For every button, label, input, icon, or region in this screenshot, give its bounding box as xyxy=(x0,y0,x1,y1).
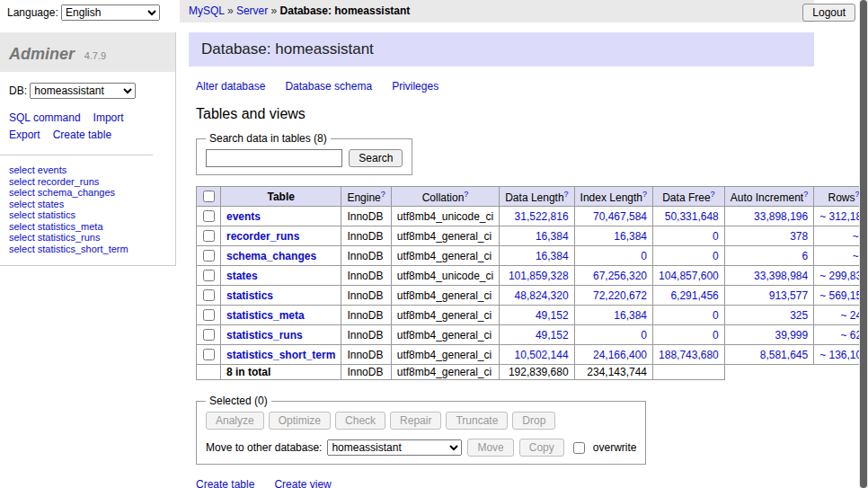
column-header-auto-increment: Auto Increment? xyxy=(724,187,813,207)
optimize-button[interactable]: Optimize xyxy=(269,412,331,430)
overwrite-checkbox[interactable] xyxy=(573,442,585,454)
auto-increment-cell: 6 xyxy=(724,246,813,266)
select-statistics-link[interactable]: select statistics xyxy=(9,209,166,221)
logout-button[interactable]: Logout xyxy=(802,4,855,22)
index-length-cell: 67,256,320 xyxy=(574,266,652,286)
data-length-cell: 101,859,328 xyxy=(500,266,574,286)
table-link-states[interactable]: states xyxy=(226,270,258,282)
scrollbar[interactable] xyxy=(859,0,868,488)
engine-cell: InnoDB xyxy=(341,226,391,246)
table-row: statistics_short_termInnoDButf8mb4_gener… xyxy=(197,345,868,365)
data-length-cell: 31,522,816 xyxy=(500,207,574,226)
help-link[interactable]: ? xyxy=(464,190,468,199)
row-checkbox-statistics-runs[interactable] xyxy=(203,329,215,341)
table-link-statistics-short-term[interactable]: statistics_short_term xyxy=(226,349,335,361)
breadcrumb-mysql[interactable]: MySQL xyxy=(189,4,225,17)
select-statistics-short-term-link[interactable]: select statistics_short_term xyxy=(9,244,166,255)
select-recorder-runs-link[interactable]: select recorder_runs xyxy=(9,176,166,188)
create-table-link[interactable]: Create table xyxy=(53,127,111,144)
total-row: 8 in totalInnoDButf8mb4_general_ci192,83… xyxy=(197,365,868,380)
overwrite-label[interactable]: overwrite xyxy=(593,441,637,454)
language-label: Language: xyxy=(7,6,58,19)
table-name-cell: statistics_runs xyxy=(221,325,341,345)
select-events-link[interactable]: select events xyxy=(9,164,166,176)
data-free-cell: 6,291,456 xyxy=(653,286,725,306)
table-name-cell: events xyxy=(221,207,341,226)
help-link[interactable]: ? xyxy=(564,190,569,199)
privileges-link[interactable]: Privileges xyxy=(392,80,438,93)
help-link[interactable]: ? xyxy=(803,190,808,199)
table-link-schema-changes[interactable]: schema_changes xyxy=(226,250,316,262)
search-input[interactable] xyxy=(206,149,342,167)
data-free-cell: 0 xyxy=(653,325,725,345)
row-check-cell xyxy=(197,266,221,286)
row-checkbox-statistics[interactable] xyxy=(203,289,215,301)
row-checkbox-recorder-runs[interactable] xyxy=(203,230,215,242)
index-length-cell: 16,384 xyxy=(574,306,652,325)
auto-increment-cell: 33,898,196 xyxy=(724,207,813,226)
help-link[interactable]: ? xyxy=(711,190,715,199)
app-version: 4.7.9 xyxy=(84,50,106,61)
column-header-engine: Engine? xyxy=(341,187,391,207)
select-schema-changes-link[interactable]: select schema_changes xyxy=(9,187,166,199)
database-nav-links: Alter databaseDatabase schemaPrivileges xyxy=(196,80,814,93)
row-checkbox-states[interactable] xyxy=(203,270,215,281)
row-checkbox-statistics-meta[interactable] xyxy=(203,309,215,321)
data-free-cell: 50,331,648 xyxy=(653,207,725,226)
select-states-link[interactable]: select states xyxy=(9,199,166,210)
select-statistics-meta-link[interactable]: select statistics_meta xyxy=(9,221,166,233)
row-checkbox-events[interactable] xyxy=(203,210,215,222)
drop-button[interactable]: Drop xyxy=(512,412,555,430)
import-link[interactable]: Import xyxy=(93,110,124,127)
table-link-statistics-meta[interactable]: statistics_meta xyxy=(226,309,305,322)
sql-command-link[interactable]: SQL command xyxy=(9,110,81,127)
breadcrumb-server[interactable]: Server xyxy=(236,4,268,17)
truncate-button[interactable]: Truncate xyxy=(446,412,508,430)
export-link[interactable]: Export xyxy=(9,127,40,144)
repair-button[interactable]: Repair xyxy=(390,412,441,430)
column-header-table: Table xyxy=(221,187,341,207)
database-schema-link[interactable]: Database schema xyxy=(285,80,372,93)
table-name-cell: statistics_short_term xyxy=(221,345,341,365)
table-link-statistics-runs[interactable]: statistics_runs xyxy=(226,329,303,342)
collation-cell: utf8mb4_unicode_ci xyxy=(391,207,499,226)
scrollbar-thumb[interactable] xyxy=(860,0,867,488)
total-label: 8 in total xyxy=(226,366,270,378)
help-link[interactable]: ? xyxy=(642,190,647,199)
collation-cell: utf8mb4_general_ci xyxy=(391,226,499,246)
data-length-cell: 16,384 xyxy=(500,246,574,266)
column-header-index-length: Index Length? xyxy=(574,187,652,207)
table-link-statistics[interactable]: statistics xyxy=(226,289,273,302)
table-link-recorder-runs[interactable]: recorder_runs xyxy=(226,230,299,243)
move-db-select[interactable]: homeassistant xyxy=(327,439,462,456)
logout-area: Logout xyxy=(802,4,855,22)
data-free-cell: 0 xyxy=(653,246,725,266)
copy-button[interactable]: Copy xyxy=(519,439,564,457)
row-checkbox-schema-changes[interactable] xyxy=(203,250,215,262)
db-select[interactable]: homeassistant xyxy=(30,83,136,99)
row-checkbox-statistics-short-term[interactable] xyxy=(203,349,215,360)
data-free-cell: 0 xyxy=(653,226,725,246)
table-row: schema_changesInnoDButf8mb4_general_ci16… xyxy=(197,246,868,266)
create-table-link[interactable]: Create table xyxy=(196,478,254,488)
table-link-events[interactable]: events xyxy=(226,210,261,223)
row-check-cell xyxy=(197,246,221,266)
collation-cell: utf8mb4_general_ci xyxy=(391,365,499,380)
select-statistics-runs-link[interactable]: select statistics_runs xyxy=(9,232,166,244)
index-length-cell: 234,143,744 xyxy=(574,365,652,380)
alter-database-link[interactable]: Alter database xyxy=(196,80,265,93)
check-button[interactable]: Check xyxy=(335,412,385,430)
help-link[interactable]: ? xyxy=(381,190,385,199)
data-free-cell: 0 xyxy=(653,306,725,325)
sidebar-table-list: select eventsselect recorder_runsselect … xyxy=(0,155,175,265)
create-view-link[interactable]: Create view xyxy=(274,478,331,488)
engine-cell: InnoDB xyxy=(341,286,391,306)
data-free-cell: 188,743,680 xyxy=(653,345,725,365)
search-button[interactable]: Search xyxy=(349,149,403,167)
select-all-checkbox[interactable] xyxy=(203,191,215,202)
language-select[interactable]: English xyxy=(61,4,160,21)
move-button[interactable]: Move xyxy=(467,439,513,457)
analyze-button[interactable]: Analyze xyxy=(206,412,264,430)
column-header-data-length: Data Length? xyxy=(500,187,574,207)
breadcrumb-current: Database: homeassistant xyxy=(280,4,411,17)
